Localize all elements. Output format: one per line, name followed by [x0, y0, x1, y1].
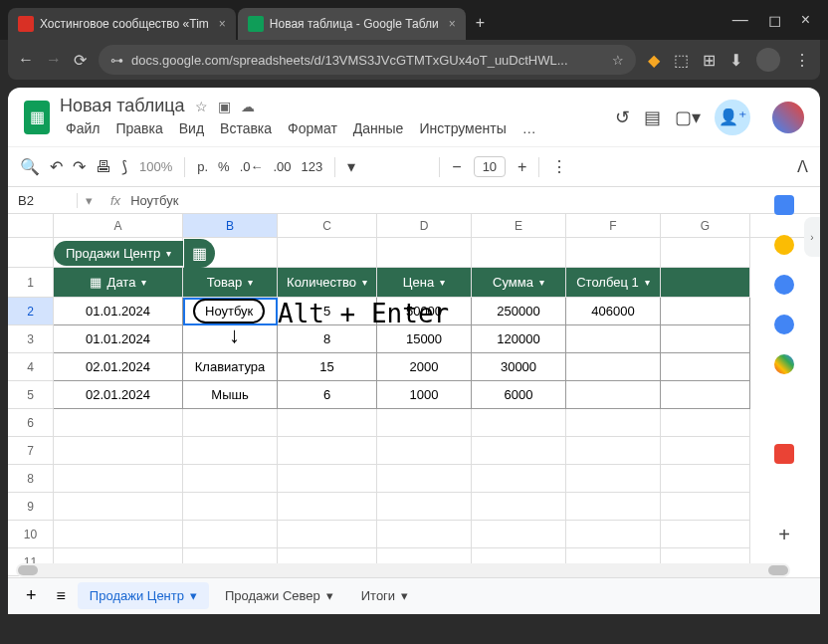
- browser-tab[interactable]: Хостинговое сообщество «Tim ×: [8, 8, 236, 40]
- url-input[interactable]: ⊶ docs.google.com/spreadsheets/d/13VMS3J…: [99, 45, 636, 75]
- addon-icon[interactable]: [774, 444, 794, 464]
- extension-icon[interactable]: ◆: [648, 51, 660, 70]
- star-icon[interactable]: ☆: [612, 53, 624, 68]
- search-icon[interactable]: 🔍: [20, 157, 40, 176]
- cell[interactable]: 01.01.2024: [54, 325, 183, 353]
- cell[interactable]: [566, 325, 661, 353]
- dec-decimal-icon[interactable]: .0←: [240, 159, 264, 174]
- col-header-date[interactable]: ▦ Дата ▾: [54, 268, 183, 298]
- cell[interactable]: 15000: [377, 325, 472, 353]
- collapse-sidepanel-icon[interactable]: ›: [804, 217, 820, 257]
- move-icon[interactable]: ▣: [218, 99, 231, 114]
- all-sheets-button[interactable]: ≡: [49, 587, 74, 605]
- cell[interactable]: Мышь: [183, 381, 278, 409]
- cell[interactable]: [566, 381, 661, 409]
- select-all-corner[interactable]: [8, 214, 54, 237]
- fx-value[interactable]: Ноутбук: [130, 193, 178, 208]
- sheet-tab[interactable]: Продажи Север ▾: [213, 582, 345, 609]
- col-header-qty[interactable]: Количество ▾: [278, 268, 377, 298]
- menu-view[interactable]: Вид: [173, 118, 210, 138]
- menu-data[interactable]: Данные: [347, 118, 410, 138]
- maps-icon[interactable]: [774, 354, 794, 374]
- close-icon[interactable]: ×: [219, 17, 226, 31]
- more-icon[interactable]: ⋮: [551, 157, 567, 176]
- sheet-tab[interactable]: Итоги ▾: [349, 582, 420, 609]
- cell[interactable]: 02.01.2024: [54, 353, 183, 381]
- currency-button[interactable]: р.: [197, 159, 208, 174]
- row-head[interactable]: 10: [8, 521, 54, 548]
- col-header-product[interactable]: Товар ▾: [183, 268, 278, 298]
- cell[interactable]: 406000: [566, 298, 661, 325]
- doc-title[interactable]: Новая таблица: [60, 96, 185, 116]
- scroll-right-icon[interactable]: [768, 565, 788, 575]
- forward-icon[interactable]: →: [46, 51, 62, 69]
- col-head[interactable]: C: [278, 214, 377, 237]
- keep-icon[interactable]: [774, 235, 794, 255]
- menu-more[interactable]: …: [517, 118, 542, 138]
- col-head[interactable]: G: [661, 214, 750, 237]
- reload-icon[interactable]: ⟳: [74, 51, 87, 70]
- cell[interactable]: 8: [278, 325, 377, 353]
- row-head[interactable]: 8: [8, 465, 54, 493]
- history-icon[interactable]: ↺: [615, 107, 630, 128]
- cell[interactable]: 02.01.2024: [54, 381, 183, 409]
- col-head[interactable]: F: [566, 214, 661, 237]
- row-head[interactable]: 1: [8, 268, 54, 298]
- table-calc-icon[interactable]: ▦: [184, 239, 215, 268]
- minimize-icon[interactable]: —: [732, 11, 748, 30]
- cell[interactable]: 250000: [472, 298, 566, 325]
- cell[interactable]: 2000: [377, 353, 472, 381]
- share-button[interactable]: 👤⁺: [715, 100, 750, 135]
- tasks-icon[interactable]: [774, 275, 794, 295]
- menu-insert[interactable]: Вставка: [214, 118, 278, 138]
- cell[interactable]: Клавиатура: [183, 353, 278, 381]
- download-icon[interactable]: ⬇: [729, 51, 742, 70]
- print-icon[interactable]: 🖶: [96, 158, 111, 176]
- cell[interactable]: 5: [278, 298, 377, 325]
- calendar-icon[interactable]: [774, 195, 794, 215]
- cell[interactable]: 30000: [472, 353, 566, 381]
- add-sheet-button[interactable]: +: [18, 585, 45, 606]
- row-head[interactable]: 3: [8, 325, 54, 353]
- col-header-price[interactable]: Цена ▾: [377, 268, 472, 298]
- format-button[interactable]: 123: [302, 159, 323, 174]
- col-head[interactable]: B: [183, 214, 278, 237]
- comment-icon[interactable]: ▤: [644, 107, 661, 128]
- row-head[interactable]: 4: [8, 353, 54, 381]
- col-head[interactable]: D: [377, 214, 472, 237]
- avatar[interactable]: [772, 102, 804, 133]
- maximize-icon[interactable]: ◻: [768, 11, 781, 30]
- site-info-icon[interactable]: ⊶: [110, 53, 123, 68]
- back-icon[interactable]: ←: [18, 51, 34, 69]
- col-head[interactable]: E: [472, 214, 566, 237]
- scrollbar-horizontal[interactable]: [16, 563, 790, 577]
- dec-font-icon[interactable]: −: [452, 158, 461, 176]
- profile-icon[interactable]: [756, 48, 780, 72]
- cell[interactable]: 6: [278, 381, 377, 409]
- table-chip[interactable]: Продажи Центр▾: [54, 241, 183, 266]
- menu-icon[interactable]: ⋮: [794, 51, 810, 70]
- zoom-select[interactable]: 100%: [139, 159, 172, 174]
- redo-icon[interactable]: ↷: [73, 157, 86, 176]
- col-header-sum[interactable]: Сумма ▾: [472, 268, 566, 298]
- font-select[interactable]: ▾: [347, 157, 427, 176]
- star-icon[interactable]: ☆: [195, 99, 208, 114]
- cell[interactable]: 1000: [377, 381, 472, 409]
- scroll-left-icon[interactable]: [18, 565, 38, 575]
- row-head[interactable]: 6: [8, 409, 54, 437]
- menu-file[interactable]: Файл: [60, 118, 105, 138]
- menu-tools[interactable]: Инструменты: [413, 118, 512, 138]
- inc-font-icon[interactable]: +: [518, 158, 526, 176]
- extension-icon[interactable]: ⬚: [674, 51, 689, 70]
- contacts-icon[interactable]: [774, 315, 794, 334]
- font-size-input[interactable]: 10: [474, 156, 506, 177]
- sheets-logo[interactable]: ▦: [24, 101, 50, 134]
- meet-icon[interactable]: ▢▾: [675, 107, 701, 128]
- inc-decimal-icon[interactable]: .00: [274, 159, 292, 174]
- cell[interactable]: 120000: [472, 325, 566, 353]
- extensions-icon[interactable]: ⊞: [703, 51, 716, 70]
- row-head[interactable]: 7: [8, 437, 54, 465]
- cell[interactable]: [566, 353, 661, 381]
- menu-format[interactable]: Формат: [282, 118, 343, 138]
- cell[interactable]: 50000: [377, 298, 472, 325]
